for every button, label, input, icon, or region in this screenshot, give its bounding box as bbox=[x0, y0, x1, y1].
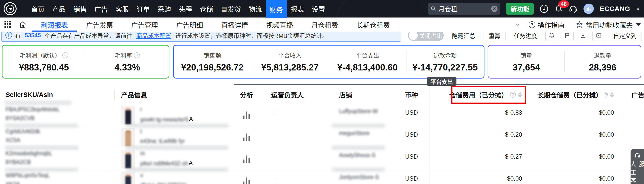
product-image[interactable] bbox=[121, 106, 135, 124]
menu-reports[interactable]: 报表 bbox=[287, 0, 308, 18]
currency-cell: USD bbox=[392, 104, 428, 126]
product-cell: v rlbaLL 9Kt;20PCKt bbox=[114, 170, 233, 184]
stat-label: 销售额 bbox=[204, 51, 221, 59]
chart-bars-icon[interactable] bbox=[243, 111, 250, 119]
menu-ads[interactable]: 广告 bbox=[90, 0, 112, 18]
service-tab-label: 人工客服 bbox=[628, 161, 644, 184]
storage-fee-cell: $-0.20 bbox=[431, 126, 544, 148]
col-store[interactable]: 店铺 bbox=[325, 90, 392, 99]
table-row[interactable]: W8PbLqm5vTeqL XK2A v rlbaLL 9Kt;20PCKt -… bbox=[0, 170, 644, 184]
menu-service[interactable]: 客服 bbox=[112, 0, 133, 18]
chart-bars-icon[interactable] bbox=[243, 133, 250, 141]
sku-cell: W8PbLqm5vTeqL XK2A bbox=[0, 170, 114, 184]
menu-purchase[interactable]: 采购 bbox=[154, 0, 175, 18]
store-cell: LuffyupStore-W bbox=[325, 104, 392, 126]
col-currency[interactable]: 币种 bbox=[392, 90, 428, 99]
storage-fee-cell: $-0.27 bbox=[431, 148, 544, 170]
clear-search-icon[interactable]: ✕ bbox=[491, 6, 498, 12]
table-row[interactable]: FBAJP5C2kqvMslvbL 8YSA2CVB r gswkt tg-rw… bbox=[0, 104, 644, 126]
alert-prefix: 有 bbox=[15, 31, 20, 40]
menu-sales[interactable]: 销售 bbox=[70, 0, 90, 18]
tab-profit-report[interactable]: 利润报表 bbox=[32, 18, 77, 32]
hover-tooltip: 平台支出 bbox=[427, 77, 456, 86]
col-longterm-fee[interactable]: 长期仓储费（已分摊） ? bbox=[544, 90, 630, 99]
stat-value: ¥20,198,526.72 bbox=[181, 62, 244, 73]
highlight-red-box bbox=[451, 86, 526, 104]
tab-live-detail[interactable]: 直播详情 bbox=[212, 18, 257, 32]
summary-cards: 毛利润（默认）? ¥883,780.45 毛利率? 4.33% 销售额 ¥20,… bbox=[0, 45, 644, 79]
stat-label: 毛利润（默认） bbox=[20, 51, 60, 59]
storage-fee-cell: $-0.83 bbox=[431, 104, 544, 126]
stat-gross-margin: 毛利率? 4.33% bbox=[86, 51, 169, 73]
sku-cell: FBAJP5C2kqvMslvbL 8YSA2CVB bbox=[0, 104, 114, 126]
stat-value: 4.33% bbox=[114, 62, 140, 73]
stat-platform-expense: 平台支出 ¥-4,813,400.60 bbox=[329, 51, 406, 73]
col-operator[interactable]: 运营负责人 bbox=[260, 90, 325, 99]
home-icon[interactable] bbox=[19, 21, 27, 29]
download-center-icon[interactable] bbox=[540, 4, 548, 13]
chart-bars-icon[interactable] bbox=[243, 155, 250, 163]
main-menu: 首页 产品 销售 广告 客服 订单 采购 头程 仓储 自发货 物流 财务 报表 … bbox=[27, 0, 329, 18]
app-logo[interactable] bbox=[4, 2, 16, 15]
stat-value: 37,654 bbox=[513, 62, 540, 73]
stat-label: 平台收入 bbox=[278, 51, 302, 59]
analysis-cell[interactable] bbox=[233, 170, 260, 184]
app-root: i 有 53545 个产品存在产品成本异常，请前往 商品成本配置 进行成本设置，… bbox=[0, 0, 644, 184]
apps-grid-icon[interactable] bbox=[4, 21, 12, 29]
analysis-cell[interactable] bbox=[233, 126, 260, 148]
currency-cell: USD bbox=[392, 148, 428, 170]
human-service-tab[interactable]: 人工客服 bbox=[630, 149, 644, 184]
menu-orders[interactable]: 订单 bbox=[133, 0, 154, 18]
menu-firstleg[interactable]: 头程 bbox=[175, 0, 196, 18]
help-icon[interactable]: ? bbox=[604, 92, 608, 98]
table-row[interactable]: Cgrb6JvM2dk XC5A t e43na: tLw99b fyr -- … bbox=[0, 126, 644, 148]
stat-label: 退款金额 bbox=[433, 51, 457, 59]
analysis-cell[interactable] bbox=[233, 148, 260, 170]
support-headset-icon[interactable] bbox=[569, 4, 578, 13]
new-features-button[interactable]: 新功能 bbox=[506, 3, 534, 15]
longterm-fee-cell: $0.00 bbox=[544, 170, 630, 184]
account-chevron-down-icon[interactable]: ∨ bbox=[636, 7, 640, 11]
col-ad-fee[interactable]: 广告费 bbox=[630, 90, 644, 99]
menu-finance[interactable]: 财务 bbox=[266, 0, 287, 19]
global-search-input[interactable]: 月仓租 ✕ bbox=[428, 3, 500, 15]
menu-warehouse[interactable]: 仓储 bbox=[196, 0, 217, 18]
cost-config-link[interactable]: 商品成本配置 bbox=[136, 31, 171, 40]
sku-cell: K2mwabebghnqbL 8YBA2CB bbox=[0, 148, 114, 170]
table-row[interactable]: K2mwabebghnqbL 8YBA2CB m pltsri nd9Me43Z… bbox=[0, 148, 644, 170]
top-navbar: 首页 产品 销售 广告 客服 订单 采购 头程 仓储 自发货 物流 财务 报表 … bbox=[0, 0, 644, 18]
analysis-cell[interactable] bbox=[233, 104, 260, 126]
longterm-fee-cell: $0.00 bbox=[544, 126, 630, 148]
product-image[interactable] bbox=[121, 128, 135, 146]
menu-logistics[interactable]: 物流 bbox=[245, 0, 266, 18]
account-name[interactable]: ECCANG bbox=[600, 5, 630, 13]
account-avatar[interactable] bbox=[584, 4, 594, 14]
stat-value: ¥5,813,285.27 bbox=[261, 62, 319, 73]
menu-product[interactable]: 产品 bbox=[48, 0, 70, 18]
tabs-collapse-chevron-icon[interactable]: ∨ bbox=[515, 22, 520, 27]
operator-cell: -- bbox=[260, 148, 325, 170]
search-icon bbox=[431, 6, 436, 12]
notifications-bell-icon[interactable]: 48 bbox=[554, 4, 563, 14]
tab-ad-detail[interactable]: 广告明细 bbox=[167, 18, 212, 32]
store-cell: meguriStore bbox=[325, 126, 392, 148]
help-icon[interactable]: ? bbox=[62, 52, 68, 58]
tab-video-live[interactable]: 视频直播 bbox=[257, 18, 302, 32]
product-image[interactable] bbox=[121, 150, 135, 168]
menu-home[interactable]: 首页 bbox=[27, 0, 48, 18]
col-analysis[interactable]: 分析 bbox=[233, 90, 260, 99]
longterm-fee-cell: $0.00 bbox=[544, 104, 630, 126]
col-product[interactable]: 产品信息 bbox=[114, 90, 233, 99]
col-sku[interactable]: SellerSKU/Asin bbox=[0, 91, 114, 98]
product-image[interactable] bbox=[121, 172, 135, 184]
stat-sales-qty: 销量 37,654 bbox=[488, 51, 564, 73]
menu-selfship[interactable]: 自发货 bbox=[217, 0, 245, 18]
chart-bars-icon[interactable] bbox=[243, 177, 250, 184]
currency-cell: USD bbox=[392, 126, 428, 148]
notification-badge: 48 bbox=[558, 1, 569, 8]
profit-card: 毛利润（默认）? ¥883,780.45 毛利率? 4.33% bbox=[2, 45, 170, 79]
product-cell: r gswkt tg-rwwazte/SA bbox=[114, 104, 233, 126]
help-icon[interactable]: ? bbox=[134, 52, 140, 58]
menu-settings[interactable]: 设置 bbox=[308, 0, 329, 18]
sort-icon[interactable] bbox=[610, 92, 614, 98]
